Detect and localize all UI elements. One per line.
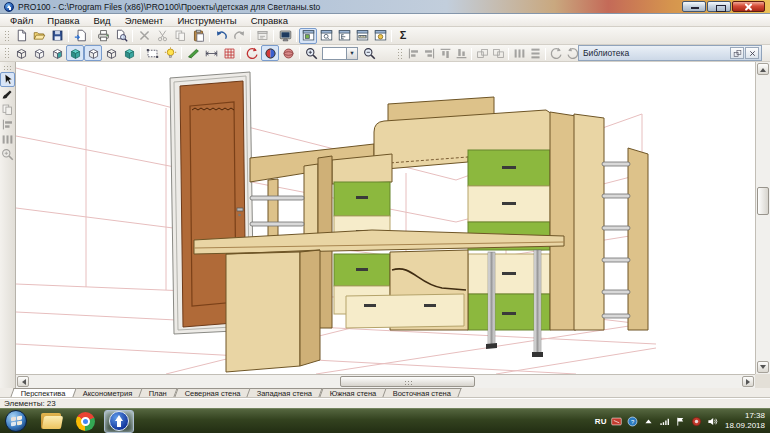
close-panel-button[interactable]: [745, 47, 759, 59]
desk-cabinet[interactable]: [226, 250, 320, 372]
paste-button[interactable]: [189, 28, 207, 44]
tab-east-wall[interactable]: Восточная стена: [383, 388, 463, 397]
contour-mode-button[interactable]: [84, 45, 102, 61]
menu-help[interactable]: Справка: [244, 14, 295, 26]
keyboard-layout-tray-icon[interactable]: [610, 415, 623, 428]
start-button[interactable]: [5, 410, 27, 432]
close-button[interactable]: [732, 1, 765, 12]
antivirus-tray-icon[interactable]: [690, 415, 703, 428]
network-tray-icon[interactable]: [658, 415, 671, 428]
group-button[interactable]: [474, 47, 490, 61]
scroll-up-button[interactable]: [757, 63, 769, 75]
scroll-left-button[interactable]: [17, 376, 29, 387]
texture-mode-button[interactable]: [120, 45, 138, 61]
horizontal-scrollbar[interactable]: [16, 374, 755, 388]
maximize-button[interactable]: [707, 1, 731, 12]
tab-west-wall[interactable]: Западная стена: [247, 388, 324, 397]
align-bottom-button[interactable]: [453, 47, 469, 61]
print-preview-button[interactable]: [112, 28, 130, 44]
undo-button[interactable]: [212, 28, 230, 44]
distribute-tool-button[interactable]: [0, 132, 15, 147]
ungroup-button[interactable]: [490, 47, 506, 61]
vertical-scroll-thumb[interactable]: [757, 187, 769, 215]
wireframe-mode-button[interactable]: [12, 45, 30, 61]
cut-tool-button[interactable]: [184, 45, 202, 61]
tab-perspective[interactable]: Перспектива: [10, 388, 76, 397]
view-cutlist-button[interactable]: [353, 28, 371, 44]
view-structure-button[interactable]: [335, 28, 353, 44]
distribute-h-button[interactable]: [511, 47, 527, 61]
ladder[interactable]: [550, 112, 648, 330]
rotate-left-button[interactable]: [548, 47, 564, 61]
taskbar-chrome-button[interactable]: [70, 410, 100, 433]
view-price-button[interactable]: [371, 28, 389, 44]
help-center-tray-icon[interactable]: [626, 415, 639, 428]
library-panel-header[interactable]: Библиотека: [578, 45, 762, 61]
zoom-tool-button[interactable]: [0, 147, 15, 162]
menu-element[interactable]: Элемент: [118, 14, 171, 26]
view-preview-button[interactable]: [317, 28, 335, 44]
report-screen-button[interactable]: [276, 28, 294, 44]
sketch-mode-button[interactable]: [30, 45, 48, 61]
delete-button[interactable]: [135, 28, 153, 44]
toolbar-grip[interactable]: [4, 47, 9, 59]
edges-mode-button[interactable]: [102, 45, 120, 61]
view-project-button[interactable]: [299, 28, 317, 44]
minimize-button[interactable]: [682, 1, 706, 12]
export-button[interactable]: [71, 28, 89, 44]
toolbar-grip[interactable]: [4, 30, 9, 42]
save-button[interactable]: [48, 28, 66, 44]
tab-south-wall[interactable]: Южная стена: [319, 388, 387, 397]
measure-button[interactable]: [202, 45, 220, 61]
dimensions-button[interactable]: [143, 45, 161, 61]
show-hidden-tray-icon[interactable]: [642, 415, 655, 428]
scroll-right-button[interactable]: [742, 376, 754, 387]
cut-button[interactable]: [153, 28, 171, 44]
action-center-tray-icon[interactable]: [674, 415, 687, 428]
copy-button[interactable]: [171, 28, 189, 44]
zoom-level-combo[interactable]: ▼: [322, 47, 358, 60]
palette-grip[interactable]: [3, 65, 12, 70]
align-top-button[interactable]: [437, 47, 453, 61]
select-tool-button[interactable]: [0, 72, 15, 87]
open-button[interactable]: [30, 28, 48, 44]
summary-button[interactable]: Σ: [394, 28, 412, 44]
taskbar-pro100-button[interactable]: [104, 410, 134, 433]
pan-view-button[interactable]: [279, 45, 297, 61]
zoom-out-button[interactable]: [360, 45, 378, 61]
taskbar-explorer-button[interactable]: [36, 410, 66, 433]
drawing-view[interactable]: [16, 62, 755, 374]
shaded-mode-button[interactable]: [66, 45, 84, 61]
chevron-down-icon[interactable]: ▼: [346, 48, 357, 59]
language-indicator[interactable]: RU: [595, 417, 607, 426]
copy-tool-button[interactable]: [0, 102, 15, 117]
rotate-view-button[interactable]: [243, 45, 261, 61]
tab-plan[interactable]: План: [139, 388, 178, 397]
tab-north-wall[interactable]: Северная стена: [174, 388, 251, 397]
paint-tool-button[interactable]: [0, 87, 15, 102]
menu-file[interactable]: Файл: [3, 14, 40, 26]
toolbar-grip[interactable]: [397, 48, 402, 60]
distribute-v-button[interactable]: [527, 47, 543, 61]
zoom-in-button[interactable]: [302, 45, 320, 61]
scroll-down-button[interactable]: [757, 361, 769, 373]
properties-button[interactable]: [253, 28, 271, 44]
align-tool-button[interactable]: [0, 117, 15, 132]
print-button[interactable]: [94, 28, 112, 44]
volume-tray-icon[interactable]: [706, 415, 719, 428]
vertical-scrollbar[interactable]: [755, 62, 770, 374]
menu-edit[interactable]: Правка: [40, 14, 86, 26]
orbit-view-button[interactable]: [261, 45, 279, 61]
tab-axonometry[interactable]: Аксонометрия: [72, 388, 143, 397]
redo-button[interactable]: [230, 28, 248, 44]
align-left-button[interactable]: [405, 47, 421, 61]
float-panel-button[interactable]: [730, 47, 744, 59]
lighting-button[interactable]: [161, 45, 179, 61]
menu-tools[interactable]: Инструменты: [170, 14, 243, 26]
horizontal-scroll-thumb[interactable]: [340, 376, 475, 387]
new-button[interactable]: [12, 28, 30, 44]
color-mode-button[interactable]: [48, 45, 66, 61]
menu-view[interactable]: Вид: [86, 14, 117, 26]
raster-button[interactable]: [220, 45, 238, 61]
align-right-button[interactable]: [421, 47, 437, 61]
